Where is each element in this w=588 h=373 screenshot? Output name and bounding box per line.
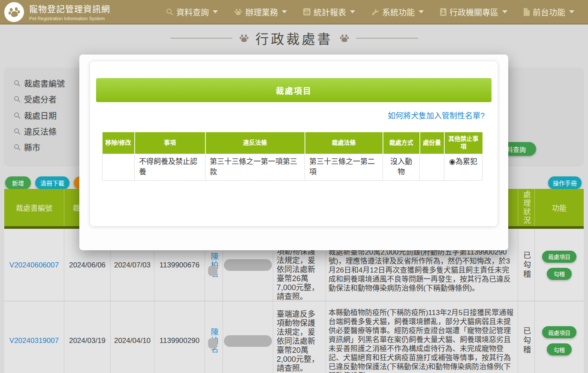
nav-item-data-query[interactable]: 資料查詢 <box>166 6 218 18</box>
col-penalty-method: 裁處方式 <box>383 132 420 154</box>
filter-label: 違反法條 <box>24 125 57 137</box>
nav-menu: 資料查詢 辦理業務 統計報表 系統功能 行政機關專區 前台功能 <box>166 6 574 18</box>
filter-penalty-doc-no[interactable]: 裁處書編號 <box>14 77 65 89</box>
title-divider-right <box>356 38 418 39</box>
cell-repeat-offender[interactable]: ◉為累犯 <box>444 154 482 180</box>
search-icon <box>14 112 21 119</box>
page-title: 行政裁處書 <box>256 28 333 48</box>
fact-text: 本縣動植物防疫所(下稱防疫所)113年2月5日接獲民眾通報台端飼養多隻犬貓，飼養… <box>326 301 518 373</box>
page-title-row: 行政裁處書 <box>0 28 588 48</box>
doc-number: 1139900676 <box>160 261 199 270</box>
chevron-down-icon <box>419 10 424 13</box>
add-button[interactable]: 新增 <box>5 176 31 189</box>
chevron-down-icon <box>502 10 507 13</box>
brand-block[interactable]: 寵物登記管理資訊網 Pet Registration Information S… <box>29 3 110 21</box>
doc-number: 1139900290 <box>160 337 199 345</box>
modal-table-row: 不得飼養及禁止認養 第三十三條之一第一項第三款 第三十三條之一第二項 沒入動物 … <box>103 154 482 180</box>
penalty-doc-link[interactable]: V20240319007 <box>9 337 59 345</box>
modal-header: 裁處項目 <box>96 78 492 102</box>
nav-label: 資料查詢 <box>176 6 209 18</box>
download-list-button[interactable]: 清冊下載 <box>35 176 69 189</box>
redaction-blob <box>208 266 217 276</box>
filter-label: 裁處書編號 <box>24 77 65 89</box>
check-button[interactable]: 勾稽 <box>547 343 572 355</box>
col-violated-law: 違反法條 <box>205 132 305 154</box>
penalty-items-button[interactable]: 裁處項目 <box>542 251 576 263</box>
nav-label: 辦理業務 <box>245 6 278 18</box>
redacted-address <box>224 335 272 347</box>
nav-label: 行政機關專區 <box>449 6 498 18</box>
nav-item-business[interactable]: 辦理業務 <box>234 6 287 18</box>
manual-button[interactable]: 操作手冊 <box>548 176 582 189</box>
search-icon <box>14 128 21 135</box>
cell-item: 不得飼養及禁止認養 <box>135 154 205 180</box>
chart-icon <box>303 8 311 15</box>
cell-penalty-method: 沒入動物 <box>383 154 420 180</box>
nav-item-reports[interactable]: 統計報表 <box>303 6 355 18</box>
issue-date: 2024/04/10 <box>114 337 151 345</box>
modal-card: 裁處項目 如何將犬隻加入管制性名單? 移除/修改 事項 違反法條 裁處法條 裁處… <box>90 61 498 226</box>
penalty-date: 2024/03/19 <box>69 337 106 345</box>
file-icon <box>524 8 530 16</box>
modal-title: 裁處項目 <box>276 85 312 96</box>
col-header-process-status: 處理狀況 <box>521 191 532 225</box>
cell-remove-edit <box>103 154 135 180</box>
nav-label: 前台功能 <box>533 6 565 18</box>
chevron-down-icon <box>213 10 218 13</box>
app-subtitle: Pet Registration Information System <box>29 16 110 21</box>
badge-icon <box>440 8 446 16</box>
redaction-blob <box>208 338 217 349</box>
nav-item-agency[interactable]: 行政機關專區 <box>440 6 507 18</box>
nav-item-frontend[interactable]: 前台功能 <box>524 6 574 18</box>
search-icon <box>14 80 21 87</box>
modal-table-header-row: 移除/修改 事項 違反法條 裁處法條 裁處方式 處份量 其他禁止事項 <box>103 132 482 154</box>
table-row: V20240319007 2024/03/19 2024/04/10 11399… <box>4 301 584 373</box>
penalty-items-table: 移除/修改 事項 違反法條 裁處法條 裁處方式 處份量 其他禁止事項 不得飼養及… <box>102 132 482 181</box>
search-icon <box>166 8 173 15</box>
cell-penalty-amount <box>420 154 444 180</box>
penalty-items-button[interactable]: 裁處項目 <box>542 326 576 338</box>
filter-label: 縣市 <box>24 141 40 153</box>
paw-icon <box>234 8 242 15</box>
penalty-date: 2024/06/06 <box>69 261 106 270</box>
cell-violated-law: 第三十三條之一第一項第三款 <box>205 154 305 180</box>
status-badge: 已勾稽 <box>521 251 532 279</box>
top-navbar: 寵物登記管理資訊網 Pet Registration Information S… <box>0 0 588 24</box>
col-header-doc-no: 裁處書編號 <box>4 189 64 226</box>
controlled-list-help-link[interactable]: 如何將犬隻加入管制性名單? <box>388 112 485 120</box>
chevron-down-icon <box>282 10 287 13</box>
check-button[interactable]: 勾稽 <box>547 268 572 280</box>
app-title: 寵物登記管理資訊網 <box>29 3 110 15</box>
nav-label: 統計報表 <box>314 6 346 18</box>
wrench-icon <box>371 8 379 16</box>
paw-deco-icon <box>239 34 249 42</box>
filter-county[interactable]: 縣市 <box>14 141 40 153</box>
issue-date: 2024/07/03 <box>114 261 151 270</box>
chevron-down-icon <box>569 10 574 13</box>
penalty-items-modal: × 裁處項目 如何將犬隻加入管制性名單? 移除/修改 事項 違反法條 裁處法條 … <box>79 55 508 250</box>
filter-label: 裁處日期 <box>24 109 57 121</box>
penalty-doc-link[interactable]: V20240606007 <box>9 261 59 270</box>
search-icon <box>14 96 21 103</box>
col-header-function: 功能 <box>535 189 584 226</box>
search-icon <box>14 144 21 151</box>
col-penalty-amount: 處份量 <box>420 132 444 154</box>
col-other-prohibitions: 其他禁止事項 <box>444 132 482 154</box>
nav-item-system[interactable]: 系統功能 <box>371 6 424 18</box>
col-remove-edit: 移除/修改 <box>103 132 135 154</box>
filter-violated-law[interactable]: 違反法條 <box>14 125 57 137</box>
title-divider-left <box>170 38 232 39</box>
nav-label: 系統功能 <box>382 6 415 18</box>
subject-text: 臺端違反多項動物保護法規定，爰依同法處新臺幣20萬2,000元整，請查照。 <box>273 301 326 373</box>
col-item: 事項 <box>135 132 205 154</box>
redacted-address <box>224 259 272 271</box>
filter-label: 受處分者 <box>24 93 57 105</box>
paw-logo-icon <box>7 5 21 19</box>
cell-penalty-law: 第三十三條之一第二項 <box>305 154 383 180</box>
filter-penalty-date[interactable]: 裁處日期 <box>14 109 57 121</box>
filter-penalized-person[interactable]: 受處分者 <box>14 93 57 105</box>
chevron-down-icon <box>350 10 355 13</box>
status-badge: 已勾稽 <box>521 327 532 355</box>
paw-deco-icon <box>340 34 349 42</box>
app-logo[interactable] <box>3 1 25 23</box>
